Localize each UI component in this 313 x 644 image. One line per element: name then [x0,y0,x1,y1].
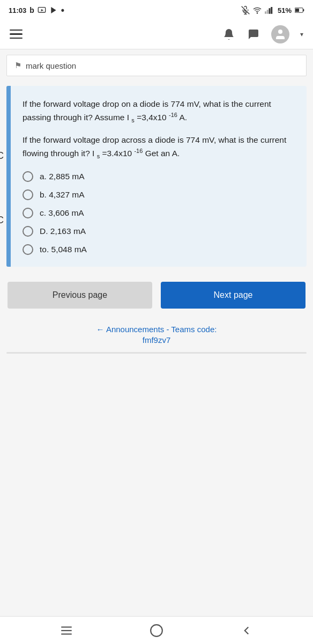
radio-c[interactable] [23,208,33,218]
svg-rect-8 [267,10,269,14]
side-letter-c2: C [0,215,4,226]
battery-percent: 51% [278,6,292,14]
signal-icon [265,6,274,14]
radio-d[interactable] [23,226,33,237]
option-d-label: D. 2,163 mA [40,226,86,236]
announcements-text: ← Announcements - Teams code: [96,325,217,334]
hamburger-menu[interactable] [10,30,23,39]
top-nav: ▾ [0,19,313,49]
bottom-nav [0,616,313,644]
bottom-nav-home-icon[interactable] [148,622,165,639]
previous-page-button[interactable]: Previous page [8,282,152,309]
svg-marker-2 [51,7,56,13]
svg-rect-13 [295,9,299,12]
option-to-label: to. 5,048 mA [40,245,87,254]
hamburger-line-3 [10,38,23,39]
avatar[interactable] [271,25,289,43]
bottom-nav-back-icon[interactable] [238,622,255,639]
options-list: a. 2,885 mA b. 4,327 mA c. 3,606 mA D. 2… [17,171,296,255]
battery-icon [295,6,304,14]
option-b[interactable]: b. 4,327 mA [23,189,296,200]
question-card: If the forward voltage drop on a diode i… [6,86,307,267]
status-bar: 11:03 b • 51% [0,0,313,19]
bell-icon[interactable] [222,27,236,41]
mute-icon [241,6,250,14]
next-page-button[interactable]: Next page [161,282,305,309]
chat-icon[interactable] [247,27,260,41]
mark-question-bar[interactable]: ⚑ mark question [6,55,307,76]
svg-rect-12 [303,9,304,11]
svg-marker-1 [41,9,43,11]
option-c[interactable]: c. 3,606 mA [23,208,296,218]
option-to[interactable]: to. 5,048 mA [23,244,296,255]
svg-point-6 [257,13,257,13]
svg-rect-7 [265,11,266,14]
svg-rect-9 [269,8,270,14]
status-bar-left: 11:03 b • [9,5,64,15]
announcements-link[interactable]: ← Announcements - Teams code: fmf9zv7 [11,325,302,345]
option-a-label: a. 2,885 mA [40,172,85,181]
status-bar-right: 51% [241,6,304,14]
radio-a[interactable] [23,171,33,182]
time-display: 11:03 [9,6,26,14]
dot-indicator: • [61,5,64,15]
radio-to[interactable] [23,244,33,255]
b-indicator: b [29,6,34,14]
option-b-label: b. 4,327 mA [40,190,85,200]
nav-right: ▾ [222,25,303,43]
svg-point-14 [278,30,282,34]
flag-icon: ⚑ [14,61,21,70]
wifi-icon [253,6,262,14]
navigation-buttons: Previous page Next page [8,282,305,309]
announcements-section: ← Announcements - Teams code: fmf9zv7 [0,325,313,345]
dropdown-arrow-icon[interactable]: ▾ [300,31,303,38]
option-a[interactable]: a. 2,885 mA [23,171,296,182]
side-accent-tab [6,86,11,267]
announcements-code: fmf9zv7 [11,335,302,345]
option-d[interactable]: D. 2,163 mA [23,226,296,237]
question-paragraph-1: If the forward voltage drop on a diode i… [17,98,296,125]
nav-left [10,30,23,39]
hamburger-line-2 [10,33,23,35]
screen-record-icon [38,6,46,14]
svg-rect-10 [271,7,272,14]
radio-b[interactable] [23,189,33,200]
scroll-hint [6,352,307,354]
play-icon [49,6,58,14]
svg-point-18 [151,625,162,636]
option-c-label: c. 3,606 mA [40,208,84,218]
side-letter-c1: C [0,150,4,162]
mark-question-label: mark question [26,61,76,70]
bottom-nav-menu-icon[interactable] [58,622,75,639]
hamburger-line-1 [10,30,23,31]
question-paragraph-2: If the forward voltage drop across a dio… [17,134,296,161]
